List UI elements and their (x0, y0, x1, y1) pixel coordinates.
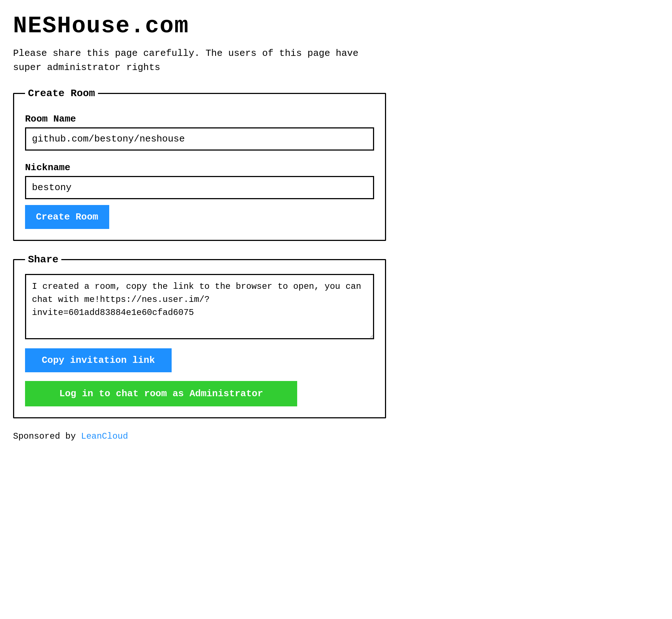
create-room-legend: Create Room (25, 88, 98, 99)
create-room-button[interactable]: Create Room (25, 205, 109, 229)
nickname-input[interactable] (25, 176, 374, 199)
login-as-admin-button[interactable]: Log in to chat room as Administrator (25, 381, 297, 406)
nickname-label: Nickname (25, 162, 374, 173)
create-room-section: Create Room Room Name Nickname Create Ro… (13, 88, 386, 241)
share-legend: Share (25, 254, 61, 265)
copy-invitation-button[interactable]: Copy invitation link (25, 348, 172, 372)
leancloud-link[interactable]: LeanCloud (81, 431, 128, 441)
site-title: NESHouse.com (13, 13, 386, 39)
share-section: Share Copy invitation link Log in to cha… (13, 254, 386, 418)
warning-text: Please share this page carefully. The us… (13, 46, 386, 75)
room-name-label: Room Name (25, 114, 374, 124)
room-name-input[interactable] (25, 127, 374, 151)
footer-text: Sponsored by LeanCloud (13, 431, 386, 441)
footer-sponsored-text: Sponsored by (13, 431, 81, 441)
share-textarea[interactable] (25, 274, 374, 339)
